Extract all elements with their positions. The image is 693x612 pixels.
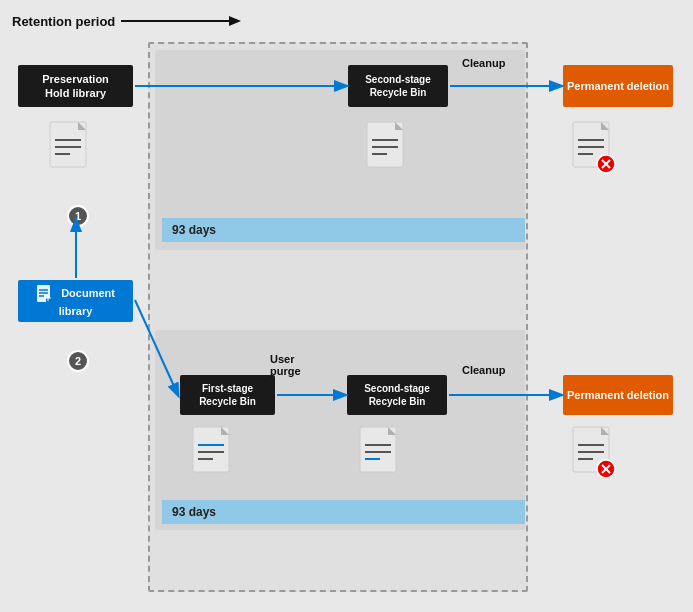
doc-icon-perm-bottom bbox=[568, 425, 623, 490]
step-2-circle: 2 bbox=[67, 350, 89, 372]
cleanup-bottom-label: Cleanup bbox=[462, 364, 505, 376]
doc-icon-first bbox=[188, 425, 243, 490]
doc-icon-second-bottom bbox=[355, 425, 410, 490]
days-bottom-text: 93 days bbox=[172, 505, 216, 519]
cleanup-top-label: Cleanup bbox=[462, 57, 505, 69]
second-stage-recycle-bin-top: Second-stageRecycle Bin bbox=[348, 65, 448, 107]
permanent-deletion-bottom: Permanent deletion bbox=[563, 375, 673, 415]
second-stage-recycle-bin-bottom: Second-stageRecycle Bin bbox=[347, 375, 447, 415]
doc-icon-perm-top bbox=[568, 120, 623, 185]
step-1-circle: 1 bbox=[67, 205, 89, 227]
doc-icon-second-top bbox=[362, 120, 417, 185]
days-label-bottom: 93 days bbox=[162, 500, 525, 524]
doc-icon-preservation bbox=[45, 120, 100, 185]
retention-header: Retention period bbox=[12, 12, 241, 30]
first-stage-recycle-bin: First-stageRecycle Bin bbox=[180, 375, 275, 415]
retention-arrow bbox=[121, 12, 241, 30]
days-top-text: 93 days bbox=[172, 223, 216, 237]
preservation-hold-box: PreservationHold library bbox=[18, 65, 133, 107]
permanent-deletion-top: Permanent deletion bbox=[563, 65, 673, 107]
document-library-box: Documentlibrary bbox=[18, 280, 133, 322]
days-label-top: 93 days bbox=[162, 218, 525, 242]
user-purge-label: Userpurge bbox=[270, 353, 301, 377]
retention-label: Retention period bbox=[12, 14, 115, 29]
svg-marker-1 bbox=[229, 16, 241, 26]
diagram-wrapper: Retention period 93 days 93 days Preserv… bbox=[0, 0, 693, 612]
